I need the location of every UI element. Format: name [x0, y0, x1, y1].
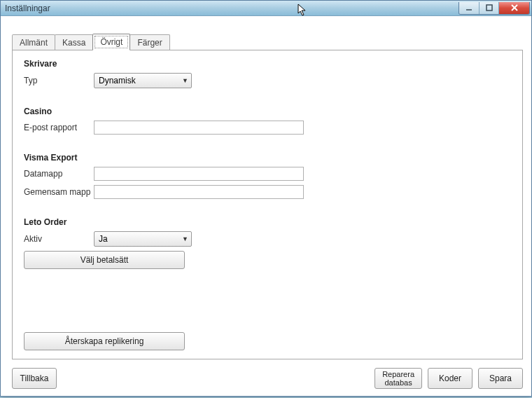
tab-label: Färger	[137, 38, 162, 48]
aterskapa-replikering-button[interactable]: Återskapa replikering	[24, 332, 185, 350]
section-heading: Casino	[24, 107, 511, 116]
maximize-button[interactable]	[479, 2, 498, 14]
gemensam-input[interactable]	[94, 185, 304, 199]
tab-label: Allmänt	[20, 38, 48, 48]
button-label: Tillbaka	[20, 373, 49, 383]
typ-select[interactable]: Dynamisk ▼	[94, 73, 192, 88]
button-label-line1: Reparera	[382, 370, 414, 378]
tab-farger[interactable]: Färger	[130, 34, 169, 50]
button-label: Spara	[489, 373, 512, 383]
tillbaka-button[interactable]: Tillbaka	[12, 368, 57, 389]
reparera-databas-button[interactable]: Reparera databas	[374, 368, 422, 389]
section-skrivare: Skrivare Typ Dynamisk ▼	[24, 59, 511, 88]
chevron-down-icon: ▼	[182, 77, 188, 84]
tab-label: Kassa	[62, 38, 85, 48]
koder-button[interactable]: Koder	[428, 368, 472, 389]
chevron-down-icon: ▼	[182, 235, 188, 242]
svg-rect-1	[486, 5, 492, 11]
select-value: Dynamisk	[99, 76, 136, 85]
tab-panel-ovrigt: Skrivare Typ Dynamisk ▼ Casino E-post ra…	[12, 50, 523, 359]
button-label: Återskapa replikering	[65, 336, 144, 346]
section-casino: Casino E-post rapport	[24, 107, 511, 135]
datamapp-label: Datamapp	[24, 169, 94, 179]
section-visma: Visma Export Datamapp Gemensam mapp	[24, 153, 511, 199]
select-value: Ja	[99, 234, 108, 244]
gemensam-label: Gemensam mapp	[24, 187, 94, 197]
button-label-line2: databas	[382, 378, 414, 387]
tabstrip: Allmänt Kassa Övrigt Färger	[12, 33, 531, 50]
section-heading: Visma Export	[24, 153, 511, 163]
tab-kassa[interactable]: Kassa	[55, 34, 93, 50]
aktiv-select[interactable]: Ja ▼	[94, 231, 192, 247]
settings-window: Inställningar Allmänt Kassa Övrigt Färge…	[0, 0, 532, 397]
tab-label: Övrigt	[100, 37, 122, 47]
button-label: Välj betalsätt	[80, 255, 129, 265]
titlebar: Inställningar	[1, 1, 531, 16]
typ-label: Typ	[24, 76, 94, 85]
tab-allmant[interactable]: Allmänt	[12, 34, 55, 50]
epost-label: E-post rapport	[24, 123, 94, 132]
aktiv-label: Aktiv	[24, 234, 94, 244]
section-leto: Leto Order Aktiv Ja ▼ Välj betalsätt	[24, 217, 511, 269]
minimize-button[interactable]	[459, 2, 479, 14]
epost-input[interactable]	[94, 121, 304, 135]
window-title: Inställningar	[5, 4, 50, 13]
tab-ovrigt[interactable]: Övrigt	[92, 34, 130, 50]
close-button[interactable]	[498, 2, 529, 14]
datamapp-input[interactable]	[94, 167, 304, 181]
section-heading: Leto Order	[24, 217, 511, 227]
section-heading: Skrivare	[24, 59, 511, 69]
footer-bar: Tillbaka Reparera databas Koder Spara	[12, 368, 523, 389]
button-label: Koder	[439, 373, 461, 383]
window-controls	[458, 2, 530, 15]
valj-betalsatt-button[interactable]: Välj betalsätt	[24, 251, 185, 269]
spara-button[interactable]: Spara	[478, 368, 523, 389]
